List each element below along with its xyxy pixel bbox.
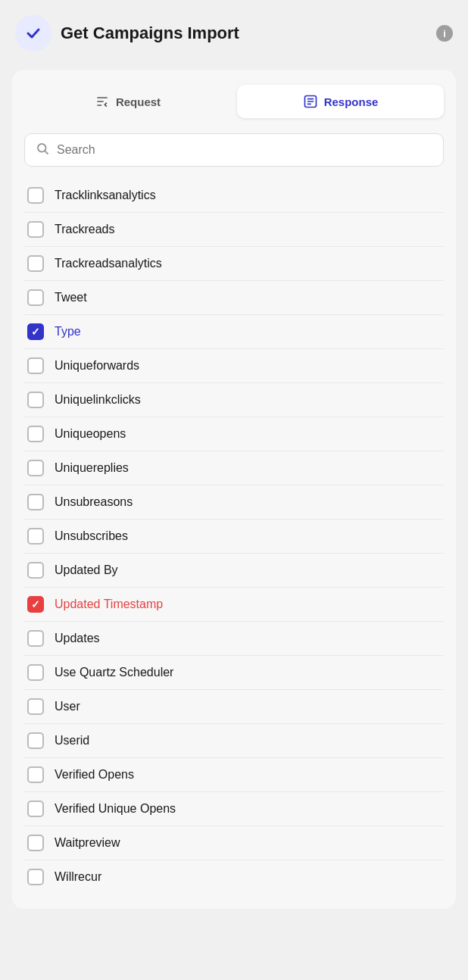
item-label-willrecur: Willrecur [55, 870, 101, 884]
item-label-verified-unique-opens: Verified Unique Opens [55, 802, 176, 816]
search-icon [36, 142, 49, 158]
header: Get Campaigns Import i [12, 15, 456, 51]
checkbox-use-quartz-scheduler[interactable] [27, 664, 44, 681]
item-label-verified-opens: Verified Opens [55, 768, 134, 782]
list-item[interactable]: Unsubscribes [24, 520, 444, 554]
item-label-updated-timestamp: Updated Timestamp [55, 598, 163, 611]
list-item[interactable]: User [24, 690, 444, 724]
item-label-uniquereplies: Uniquereplies [55, 461, 129, 475]
checkbox-waitpreview[interactable] [27, 835, 44, 851]
item-label-trackreads: Trackreads [55, 223, 114, 236]
checkbox-unsubreasons[interactable] [27, 494, 44, 510]
item-label-unsubreasons: Unsubreasons [55, 495, 133, 509]
list-item[interactable]: Verified Opens [24, 758, 444, 792]
info-icon[interactable]: i [436, 25, 453, 42]
item-label-uniquelinkclicks: Uniquelinkclicks [55, 393, 141, 407]
item-label-tracklinksanalytics: Tracklinksanalytics [55, 189, 156, 202]
item-label-uniqueforwards: Uniqueforwards [55, 359, 139, 373]
checkbox-willrecur[interactable] [27, 869, 44, 885]
list-item[interactable]: Trackreads [24, 213, 444, 247]
list-item[interactable]: ✓ Updated Timestamp [24, 588, 444, 622]
tab-request[interactable]: Request [24, 85, 231, 118]
item-label-type: Type [55, 325, 81, 339]
checkbox-trackreads[interactable] [27, 221, 44, 238]
checkbox-updated-timestamp[interactable]: ✓ [27, 596, 44, 613]
list-item[interactable]: Tweet [24, 281, 444, 315]
item-label-uniqueopens: Uniqueopens [55, 427, 126, 441]
item-label-trackreadsanalytics: Trackreadsanalytics [55, 257, 162, 270]
item-label-unsubscribes: Unsubscribes [55, 529, 128, 543]
list-item[interactable]: Willrecur [24, 860, 444, 894]
checkbox-uniqueforwards[interactable] [27, 357, 44, 374]
list-item[interactable]: Waitpreview [24, 826, 444, 860]
list-item[interactable]: Verified Unique Opens [24, 792, 444, 826]
checkbox-verified-unique-opens[interactable] [27, 801, 44, 817]
checklist: Tracklinksanalytics Trackreads Trackread… [24, 179, 444, 894]
list-item[interactable]: Userid [24, 724, 444, 758]
tab-bar: Request Response [24, 85, 444, 118]
checkbox-userid[interactable] [27, 732, 44, 749]
list-item[interactable]: Tracklinksanalytics [24, 179, 444, 213]
item-label-use-quartz-scheduler: Use Quartz Scheduler [55, 666, 173, 679]
list-item[interactable]: Updated By [24, 554, 444, 588]
checkbox-type[interactable]: ✓ [27, 323, 44, 340]
tab-response[interactable]: Response [237, 85, 444, 118]
list-item[interactable]: Uniquereplies [24, 451, 444, 485]
checkbox-uniquelinkclicks[interactable] [27, 392, 44, 408]
checkbox-tracklinksanalytics[interactable] [27, 187, 44, 204]
list-item[interactable]: Unsubreasons [24, 485, 444, 520]
list-item[interactable]: Updates [24, 622, 444, 656]
checkbox-trackreadsanalytics[interactable] [27, 255, 44, 272]
checkbox-unsubscribes[interactable] [27, 528, 44, 545]
page-title: Get Campaigns Import [61, 23, 427, 43]
checkbox-tweet[interactable] [27, 289, 44, 306]
list-item[interactable]: Use Quartz Scheduler [24, 656, 444, 690]
header-icon [15, 15, 51, 51]
list-item[interactable]: Uniquelinkclicks [24, 383, 444, 417]
checkbox-updates[interactable] [27, 630, 44, 647]
checkbox-updated-by[interactable] [27, 562, 44, 579]
list-item[interactable]: ✓ Type [24, 315, 444, 349]
checkbox-user[interactable] [27, 698, 44, 715]
checkbox-uniqueopens[interactable] [27, 426, 44, 442]
page: Get Campaigns Import i Request Response [0, 0, 468, 980]
main-card: Request Response [12, 70, 456, 909]
list-item[interactable]: Trackreadsanalytics [24, 247, 444, 281]
list-item[interactable]: Uniqueopens [24, 417, 444, 451]
item-label-tweet: Tweet [55, 291, 87, 304]
item-label-updates: Updates [55, 632, 100, 645]
item-label-updated-by: Updated By [55, 563, 118, 577]
checkbox-uniquereplies[interactable] [27, 460, 44, 476]
item-label-waitpreview: Waitpreview [55, 836, 120, 850]
checkbox-verified-opens[interactable] [27, 766, 44, 783]
item-label-userid: Userid [55, 734, 89, 747]
search-bar [24, 133, 444, 167]
svg-line-2 [45, 151, 48, 154]
tab-response-label: Response [324, 95, 379, 108]
search-input[interactable] [57, 143, 432, 157]
tab-request-label: Request [116, 95, 161, 108]
list-item[interactable]: Uniqueforwards [24, 349, 444, 383]
svg-point-1 [38, 144, 46, 152]
item-label-user: User [55, 700, 80, 713]
